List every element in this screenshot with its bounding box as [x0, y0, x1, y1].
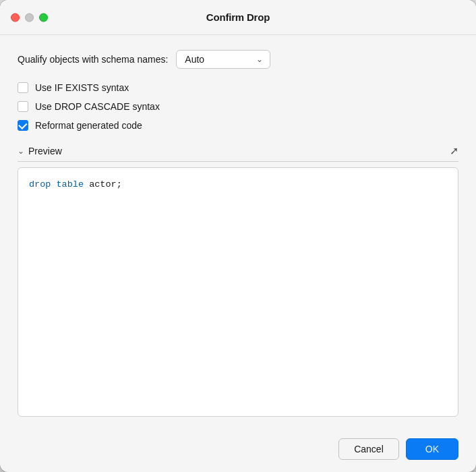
- preview-header-left: ⌄ Preview: [18, 146, 62, 156]
- cancel-button[interactable]: Cancel: [338, 438, 399, 460]
- reformat-row: Reformat generated code: [18, 120, 458, 131]
- if-exists-row: Use IF EXISTS syntax: [18, 82, 458, 93]
- traffic-lights: [11, 13, 48, 22]
- code-keyword-table: table: [57, 179, 84, 189]
- chevron-down-icon: ⌄: [256, 55, 263, 64]
- reformat-label: Reformat generated code: [35, 120, 142, 131]
- preview-section: ⌄ Preview ➚ drop table actor;: [18, 144, 458, 417]
- code-preview-area: drop table actor;: [18, 167, 458, 417]
- title-bar: Confirm Drop: [0, 0, 476, 35]
- schema-row: Qualify objects with schema names: Auto …: [18, 50, 458, 69]
- code-keyword-drop: drop: [29, 179, 51, 189]
- drop-cascade-label: Use DROP CASCADE syntax: [35, 101, 160, 112]
- button-row: Cancel OK: [0, 429, 476, 472]
- schema-label: Qualify objects with schema names:: [18, 54, 168, 65]
- close-button[interactable]: [11, 13, 20, 22]
- preview-header: ⌄ Preview ➚: [18, 144, 458, 162]
- preview-label: Preview: [28, 146, 62, 156]
- if-exists-checkbox[interactable]: [18, 82, 28, 93]
- schema-select[interactable]: Auto ⌄: [176, 50, 270, 69]
- minimize-button[interactable]: [25, 13, 34, 22]
- preview-chevron-icon: ⌄: [18, 146, 24, 156]
- dialog-title: Confirm Drop: [206, 11, 270, 23]
- if-exists-label: Use IF EXISTS syntax: [35, 82, 129, 93]
- schema-select-value: Auto: [185, 54, 204, 65]
- dialog-content: Qualify objects with schema names: Auto …: [0, 35, 476, 429]
- drop-cascade-checkbox[interactable]: [18, 101, 28, 112]
- ok-button[interactable]: OK: [406, 438, 458, 460]
- drop-cascade-row: Use DROP CASCADE syntax: [18, 101, 458, 112]
- reformat-checkbox[interactable]: [18, 120, 28, 131]
- confirm-drop-dialog: Confirm Drop Qualify objects with schema…: [0, 0, 476, 472]
- maximize-button[interactable]: [39, 13, 48, 22]
- external-link-icon[interactable]: ➚: [450, 144, 458, 157]
- code-table-name: actor;: [89, 179, 122, 189]
